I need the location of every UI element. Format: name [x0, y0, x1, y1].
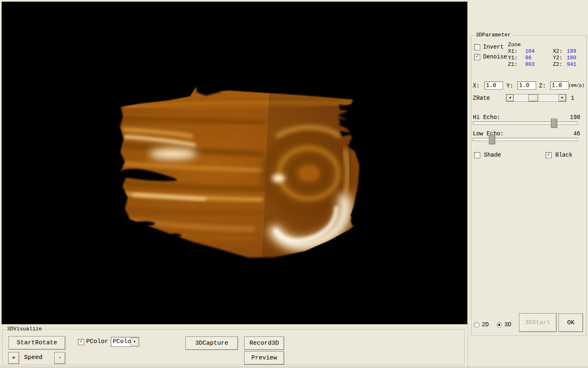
mode-2d-label: 2D — [482, 321, 489, 328]
zrate-left-arrow-icon[interactable]: ◄ — [506, 94, 514, 101]
x-scale-input[interactable] — [484, 81, 503, 90]
x-scale-label: X: — [473, 83, 480, 89]
zone-x1-value: 104 — [525, 48, 535, 55]
zone-z1-label: Z1: — [508, 61, 517, 68]
scale-unit-label: (mm/p) — [568, 82, 585, 89]
black-label: Black — [555, 152, 572, 158]
record3d-button[interactable]: Record3D — [244, 337, 284, 350]
zone-x2-value: 189 — [567, 48, 576, 55]
zone-z2-label: Z2: — [553, 61, 562, 68]
hi-echo-slider-thumb[interactable] — [551, 119, 557, 128]
zrate-scrollbar-thumb[interactable] — [528, 94, 538, 101]
parameter-group-title: 3DParameter — [474, 32, 512, 38]
invert-checkbox[interactable] — [474, 44, 480, 50]
low-echo-slider[interactable] — [473, 138, 578, 141]
parameter-groupbox: 3DParameter Invert Denoise Zone X1: 104 … — [471, 35, 587, 336]
speed-label: Speed — [24, 355, 42, 361]
zrate-label: ZRate — [473, 95, 490, 101]
parameter-panel: 3DParameter Invert Denoise Zone X1: 104 … — [468, 0, 588, 368]
visualize-group-title: 3DVisualize — [5, 326, 44, 332]
start3d-button[interactable]: 3DStart — [519, 313, 557, 332]
hi-echo-slider[interactable] — [473, 121, 578, 125]
zone-z2-value: 941 — [567, 61, 576, 68]
zone-x2-label: X2: — [553, 48, 562, 55]
y-scale-input[interactable] — [517, 81, 536, 90]
pcolor-checkbox[interactable] — [78, 339, 84, 345]
speed-minus-button[interactable]: - — [54, 352, 65, 364]
start-rotate-button[interactable]: StartRotate — [9, 336, 65, 350]
render-viewport[interactable] — [2, 2, 468, 324]
zone-x1-label: X1: — [508, 48, 517, 55]
zone-y2-value: 180 — [567, 55, 576, 61]
pcolor-select[interactable]: PColor ▼ — [111, 337, 139, 347]
window-bottom-edge — [0, 367, 588, 367]
y-scale-label: Y: — [506, 83, 513, 89]
ok-button[interactable]: OK — [559, 314, 583, 332]
zrate-right-arrow-icon[interactable]: ► — [559, 94, 566, 101]
visualize-panel: 3DVisualize StartRotate + Speed - PColor… — [0, 324, 468, 368]
visualize-groupbox: 3DVisualize StartRotate + Speed - PColor… — [2, 329, 465, 365]
zone-y1-label: Y1: — [508, 55, 517, 61]
zone-z1-value: 803 — [525, 61, 535, 68]
invert-label: Invert — [483, 44, 503, 50]
mode-3d-radio[interactable] — [497, 322, 502, 328]
denoise-checkbox[interactable] — [474, 54, 480, 60]
zone-y2-label: Y2: — [553, 55, 562, 61]
low-echo-slider-thumb[interactable] — [489, 135, 495, 144]
capture3d-button[interactable]: 3DCapture — [185, 337, 238, 350]
hi-echo-label: Hi Echo: — [473, 114, 500, 121]
black-checkbox[interactable] — [546, 152, 552, 158]
mode-3d-label: 3D — [504, 321, 511, 328]
ultrasound-volume-render — [2, 2, 467, 324]
shade-checkbox[interactable] — [474, 152, 480, 158]
z-scale-label: Z: — [539, 83, 546, 89]
preview-button[interactable]: Preview — [244, 351, 284, 365]
zrate-value: 1 — [571, 95, 574, 101]
speed-plus-button[interactable]: + — [8, 352, 19, 364]
zone-y1-value: 96 — [525, 55, 532, 61]
low-echo-value: 46 — [553, 130, 580, 137]
low-echo-label: Low Echo: — [473, 130, 504, 137]
mode-2d-radio[interactable] — [474, 322, 479, 328]
hi-echo-value: 198 — [553, 114, 580, 121]
zrate-scrollbar[interactable]: ◄ ► — [506, 94, 566, 102]
chevron-down-icon[interactable]: ▼ — [131, 338, 138, 346]
zone-title: Zone — [508, 42, 521, 48]
shade-label: Shade — [484, 152, 501, 158]
denoise-label: Denoise — [483, 54, 507, 60]
z-scale-input[interactable] — [550, 81, 569, 90]
pcolor-label: PColor — [86, 339, 108, 345]
